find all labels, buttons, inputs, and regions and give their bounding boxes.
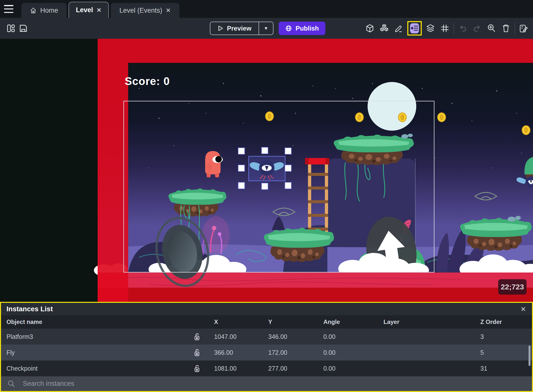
preview-dropdown-button[interactable]: ▼	[259, 22, 273, 35]
unlock-icon[interactable]	[187, 364, 207, 372]
instances-list-highlight[interactable]	[407, 21, 422, 36]
tab-bar: Home Level ✕ Level (Events) ✕	[0, 0, 533, 18]
cursor-coordinates-badge: 22;723	[498, 279, 527, 295]
instance-y[interactable]: 346.00	[261, 333, 316, 340]
editor-tools-strip	[364, 22, 530, 35]
preview-button[interactable]: Preview ▼	[210, 22, 273, 35]
publish-button[interactable]: Publish	[279, 22, 325, 35]
publish-label: Publish	[296, 25, 319, 32]
instance-x[interactable]: 1047.00	[207, 333, 261, 340]
table-row[interactable]: Platform3 1047.00 346.00 0.00 3	[1, 329, 532, 345]
table-row-selected[interactable]: Fly 366.00 172.00 0.00 5	[1, 345, 532, 360]
ground	[98, 273, 533, 302]
home-icon	[30, 7, 37, 14]
table-row[interactable]: Checkpoint 1081.00 277.00 0.00 31	[1, 360, 532, 376]
scene-editor-canvas[interactable]: Score: 0 22;723	[0, 39, 533, 302]
instances-table-header: Object name X Y Angle Layer Z Order	[1, 315, 532, 329]
scene-edit-icon[interactable]	[518, 23, 530, 34]
tab-label: Level (Events)	[119, 7, 162, 14]
instance-name: Fly	[1, 349, 187, 356]
instance-z-order[interactable]: 3	[473, 333, 532, 340]
panel-title: Instances List	[6, 305, 53, 313]
redo-icon[interactable]	[471, 23, 483, 34]
hamburger-menu-icon[interactable]	[4, 5, 14, 13]
close-panel-icon[interactable]: ✕	[520, 305, 526, 313]
search-instances-input[interactable]	[1, 376, 532, 391]
close-tab-icon[interactable]: ✕	[166, 7, 171, 14]
search-bar	[1, 376, 532, 391]
divider	[515, 23, 515, 34]
zoom-in-icon[interactable]	[486, 23, 497, 34]
layers-icon[interactable]	[425, 23, 436, 34]
instance-angle[interactable]: 0.00	[316, 333, 377, 340]
moon[interactable]	[368, 82, 416, 131]
instance-x[interactable]: 366.00	[207, 349, 261, 356]
instances-list-panel: Instances List ✕ Object name X Y Angle L…	[0, 302, 533, 392]
objects-group-icon[interactable]	[379, 23, 390, 34]
tab-label: Home	[40, 7, 58, 14]
instance-y[interactable]: 172.00	[261, 349, 316, 356]
column-x: X	[207, 318, 261, 325]
toolbar: Preview ▼ Publish	[0, 18, 533, 39]
scrollbar-thumb[interactable]	[529, 346, 531, 366]
column-angle: Angle	[316, 318, 377, 325]
globe-icon	[285, 25, 292, 32]
instance-z-order[interactable]: 31	[473, 365, 532, 372]
object-cube-icon[interactable]	[364, 23, 376, 34]
edit-pencil-icon[interactable]	[393, 23, 404, 34]
divider	[454, 23, 454, 34]
trash-icon[interactable]	[500, 23, 512, 34]
layout-panels-icon[interactable]	[5, 23, 16, 34]
instance-z-order[interactable]: 5	[473, 349, 532, 356]
close-tab-icon[interactable]: ✕	[96, 7, 101, 14]
instance-angle[interactable]: 0.00	[316, 349, 377, 356]
search-icon	[7, 380, 15, 388]
column-z-order: Z Order	[473, 318, 532, 325]
tab-home[interactable]: Home	[21, 3, 67, 18]
grid-icon[interactable]	[439, 23, 451, 34]
tab-level-events[interactable]: Level (Events) ✕	[111, 3, 179, 18]
instance-y[interactable]: 277.00	[261, 365, 316, 372]
score-text: Score: 0	[125, 75, 170, 87]
column-object-name: Object name	[1, 318, 187, 325]
preview-label: Preview	[227, 25, 251, 32]
play-icon	[218, 25, 224, 31]
save-icon[interactable]	[18, 23, 29, 34]
instance-name: Checkpoint	[1, 365, 187, 372]
unlock-icon[interactable]	[187, 349, 207, 356]
instance-name: Platform3	[1, 333, 187, 340]
unlock-icon[interactable]	[187, 333, 207, 341]
undo-icon[interactable]	[457, 23, 468, 34]
tab-label: Level	[76, 6, 93, 14]
fly-enemy-selected[interactable]	[249, 156, 285, 181]
scene-artwork	[0, 39, 533, 302]
instance-x[interactable]: 1081.00	[207, 365, 261, 372]
instance-angle[interactable]: 0.00	[316, 365, 377, 372]
column-layer: Layer	[377, 318, 473, 325]
instances-list-icon[interactable]	[409, 23, 420, 34]
tab-level[interactable]: Level ✕	[69, 2, 109, 18]
caret-down-icon: ▼	[264, 26, 268, 31]
column-y: Y	[261, 318, 316, 325]
